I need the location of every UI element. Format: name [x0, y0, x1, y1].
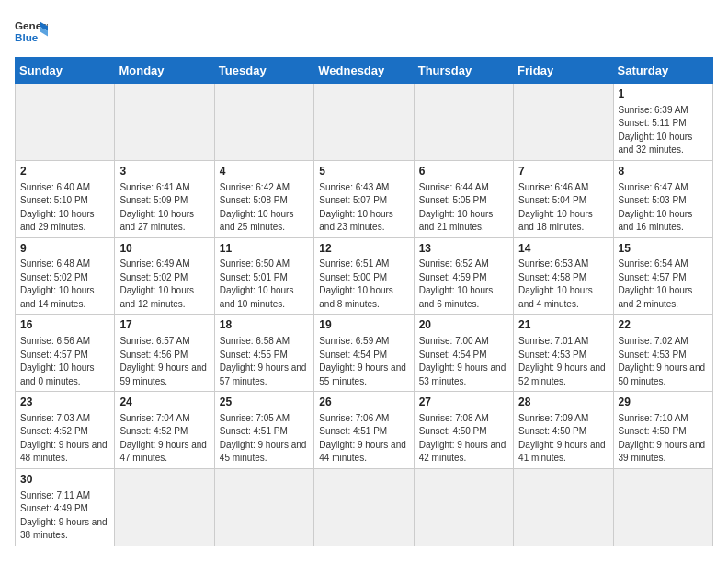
- day-info: Sunrise: 6:43 AM Sunset: 5:07 PM Dayligh…: [319, 181, 408, 235]
- calendar-cell: 10Sunrise: 6:49 AM Sunset: 5:02 PM Dayli…: [115, 237, 214, 315]
- calendar-cell: 6Sunrise: 6:44 AM Sunset: 5:05 PM Daylig…: [414, 160, 513, 237]
- weekday-header-thursday: Thursday: [414, 58, 513, 84]
- day-info: Sunrise: 6:53 AM Sunset: 4:58 PM Dayligh…: [518, 258, 608, 311]
- calendar-week-2: 9Sunrise: 6:48 AM Sunset: 5:02 PM Daylig…: [16, 237, 713, 315]
- day-info: Sunrise: 7:06 AM Sunset: 4:51 PM Dayligh…: [319, 412, 408, 465]
- day-info: Sunrise: 7:09 AM Sunset: 4:50 PM Dayligh…: [518, 412, 608, 465]
- calendar-cell: 28Sunrise: 7:09 AM Sunset: 4:50 PM Dayli…: [514, 392, 613, 469]
- day-info: Sunrise: 6:42 AM Sunset: 5:08 PM Dayligh…: [220, 181, 309, 235]
- weekday-header-sunday: Sunday: [16, 58, 115, 84]
- calendar-table: SundayMondayTuesdayWednesdayThursdayFrid…: [15, 57, 713, 546]
- calendar-week-3: 16Sunrise: 6:56 AM Sunset: 4:57 PM Dayli…: [16, 315, 713, 392]
- day-info: Sunrise: 7:08 AM Sunset: 4:50 PM Dayligh…: [419, 412, 508, 465]
- day-number: 9: [20, 241, 109, 257]
- day-number: 16: [20, 317, 109, 333]
- day-info: Sunrise: 6:56 AM Sunset: 4:57 PM Dayligh…: [20, 335, 109, 388]
- day-info: Sunrise: 6:41 AM Sunset: 5:09 PM Dayligh…: [119, 181, 209, 235]
- calendar-header: SundayMondayTuesdayWednesdayThursdayFrid…: [16, 58, 713, 84]
- day-info: Sunrise: 7:11 AM Sunset: 4:49 PM Dayligh…: [20, 489, 109, 543]
- calendar-cell: 14Sunrise: 6:53 AM Sunset: 4:58 PM Dayli…: [514, 237, 613, 315]
- calendar-cell: 27Sunrise: 7:08 AM Sunset: 4:50 PM Dayli…: [414, 392, 513, 469]
- calendar-cell: 21Sunrise: 7:01 AM Sunset: 4:53 PM Dayli…: [514, 315, 613, 392]
- calendar-cell: 26Sunrise: 7:06 AM Sunset: 4:51 PM Dayli…: [314, 392, 414, 469]
- day-info: Sunrise: 7:10 AM Sunset: 4:50 PM Dayligh…: [619, 412, 708, 465]
- day-info: Sunrise: 7:02 AM Sunset: 4:53 PM Dayligh…: [619, 335, 708, 388]
- day-info: Sunrise: 6:44 AM Sunset: 5:05 PM Dayligh…: [419, 181, 508, 235]
- calendar-cell: 30Sunrise: 7:11 AM Sunset: 4:49 PM Dayli…: [16, 468, 115, 546]
- calendar-cell: 7Sunrise: 6:46 AM Sunset: 5:04 PM Daylig…: [514, 160, 613, 237]
- day-info: Sunrise: 6:47 AM Sunset: 5:03 PM Dayligh…: [619, 181, 708, 235]
- day-number: 8: [619, 164, 708, 179]
- day-number: 4: [220, 164, 309, 179]
- calendar-cell: [314, 84, 414, 161]
- calendar-cell: 8Sunrise: 6:47 AM Sunset: 5:03 PM Daylig…: [613, 160, 712, 237]
- calendar-cell: [115, 468, 214, 546]
- calendar-body: 1Sunrise: 6:39 AM Sunset: 5:11 PM Daylig…: [16, 84, 713, 546]
- calendar-cell: 17Sunrise: 6:57 AM Sunset: 4:56 PM Dayli…: [115, 315, 214, 392]
- calendar-cell: [314, 468, 414, 546]
- day-number: 22: [619, 317, 708, 333]
- calendar-cell: [514, 84, 613, 161]
- calendar-cell: 15Sunrise: 6:54 AM Sunset: 4:57 PM Dayli…: [613, 237, 712, 315]
- calendar-cell: 22Sunrise: 7:02 AM Sunset: 4:53 PM Dayli…: [613, 315, 712, 392]
- day-info: Sunrise: 6:46 AM Sunset: 5:04 PM Dayligh…: [518, 181, 608, 235]
- calendar-cell: 2Sunrise: 6:40 AM Sunset: 5:10 PM Daylig…: [16, 160, 115, 237]
- day-info: Sunrise: 7:00 AM Sunset: 4:54 PM Dayligh…: [419, 335, 508, 388]
- day-number: 17: [119, 317, 209, 333]
- day-number: 28: [518, 395, 608, 410]
- calendar-week-4: 23Sunrise: 7:03 AM Sunset: 4:52 PM Dayli…: [16, 392, 713, 469]
- day-number: 15: [619, 241, 708, 257]
- calendar-cell: 11Sunrise: 6:50 AM Sunset: 5:01 PM Dayli…: [214, 237, 313, 315]
- calendar-cell: 24Sunrise: 7:04 AM Sunset: 4:52 PM Dayli…: [115, 392, 214, 469]
- day-number: 18: [220, 317, 309, 333]
- day-info: Sunrise: 7:05 AM Sunset: 4:51 PM Dayligh…: [220, 412, 309, 465]
- day-number: 20: [419, 317, 508, 333]
- day-info: Sunrise: 6:40 AM Sunset: 5:10 PM Dayligh…: [20, 181, 109, 235]
- day-info: Sunrise: 6:49 AM Sunset: 5:02 PM Dayligh…: [119, 258, 209, 311]
- day-info: Sunrise: 6:59 AM Sunset: 4:54 PM Dayligh…: [319, 335, 408, 388]
- calendar-cell: [514, 468, 613, 546]
- calendar-cell: 13Sunrise: 6:52 AM Sunset: 4:59 PM Dayli…: [414, 237, 513, 315]
- calendar-week-5: 30Sunrise: 7:11 AM Sunset: 4:49 PM Dayli…: [16, 468, 713, 546]
- calendar-week-1: 2Sunrise: 6:40 AM Sunset: 5:10 PM Daylig…: [16, 160, 713, 237]
- calendar-cell: 25Sunrise: 7:05 AM Sunset: 4:51 PM Dayli…: [214, 392, 313, 469]
- day-number: 3: [119, 164, 209, 179]
- day-number: 21: [518, 317, 608, 333]
- day-number: 11: [220, 241, 309, 257]
- day-info: Sunrise: 6:57 AM Sunset: 4:56 PM Dayligh…: [119, 335, 209, 388]
- day-number: 27: [419, 395, 508, 410]
- day-info: Sunrise: 6:50 AM Sunset: 5:01 PM Dayligh…: [220, 258, 309, 311]
- weekday-header-saturday: Saturday: [613, 58, 712, 84]
- calendar-cell: 3Sunrise: 6:41 AM Sunset: 5:09 PM Daylig…: [115, 160, 214, 237]
- calendar-cell: [414, 468, 513, 546]
- day-info: Sunrise: 7:03 AM Sunset: 4:52 PM Dayligh…: [20, 412, 109, 465]
- day-number: 7: [518, 164, 608, 179]
- svg-text:Blue: Blue: [15, 31, 39, 43]
- calendar-cell: [115, 84, 214, 161]
- day-info: Sunrise: 6:51 AM Sunset: 5:00 PM Dayligh…: [319, 258, 408, 311]
- day-number: 29: [619, 395, 708, 410]
- calendar-cell: 4Sunrise: 6:42 AM Sunset: 5:08 PM Daylig…: [214, 160, 313, 237]
- day-info: Sunrise: 6:54 AM Sunset: 4:57 PM Dayligh…: [619, 258, 708, 311]
- weekday-header-wednesday: Wednesday: [314, 58, 414, 84]
- day-info: Sunrise: 6:48 AM Sunset: 5:02 PM Dayligh…: [20, 258, 109, 311]
- calendar-cell: 29Sunrise: 7:10 AM Sunset: 4:50 PM Dayli…: [613, 392, 712, 469]
- day-info: Sunrise: 6:58 AM Sunset: 4:55 PM Dayligh…: [220, 335, 309, 388]
- weekday-header-friday: Friday: [514, 58, 613, 84]
- page-header: General Blue: [15, 15, 713, 48]
- day-number: 2: [20, 164, 109, 179]
- calendar-cell: 9Sunrise: 6:48 AM Sunset: 5:02 PM Daylig…: [16, 237, 115, 315]
- calendar-cell: 20Sunrise: 7:00 AM Sunset: 4:54 PM Dayli…: [414, 315, 513, 392]
- calendar-cell: 12Sunrise: 6:51 AM Sunset: 5:00 PM Dayli…: [314, 237, 414, 315]
- calendar-cell: [414, 84, 513, 161]
- day-number: 14: [518, 241, 608, 257]
- logo-icon: General Blue: [15, 15, 48, 48]
- day-info: Sunrise: 7:01 AM Sunset: 4:53 PM Dayligh…: [518, 335, 608, 388]
- weekday-header-monday: Monday: [115, 58, 214, 84]
- calendar-cell: 19Sunrise: 6:59 AM Sunset: 4:54 PM Dayli…: [314, 315, 414, 392]
- calendar-cell: [214, 468, 313, 546]
- day-number: 23: [20, 395, 109, 410]
- day-number: 10: [119, 241, 209, 257]
- calendar-cell: 5Sunrise: 6:43 AM Sunset: 5:07 PM Daylig…: [314, 160, 414, 237]
- day-number: 1: [619, 86, 708, 102]
